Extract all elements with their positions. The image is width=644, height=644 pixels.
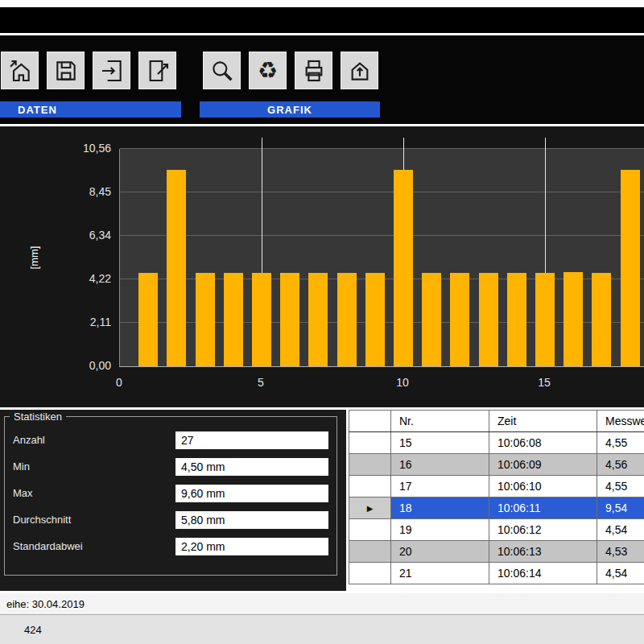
- x-tick-label: 10: [396, 376, 409, 389]
- table-row[interactable]: 1510:06:084,55: [349, 432, 644, 454]
- table-header-row: Nr. Zeit Messwert: [349, 411, 644, 432]
- stat-label: Durchschnitt: [13, 514, 175, 526]
- table-cell[interactable]: 4,53: [597, 541, 644, 563]
- table-cell[interactable]: 10:06:10: [489, 476, 597, 497]
- y-tick-label: 2,11: [0, 316, 111, 328]
- table-cell[interactable]: 10:06:14: [489, 563, 597, 584]
- table-cell[interactable]: 4,55: [597, 476, 644, 497]
- row-selector[interactable]: [349, 432, 391, 454]
- anzahl-field[interactable]: [175, 431, 328, 449]
- chart-bar: [252, 273, 271, 366]
- chart-bar: [308, 273, 328, 366]
- standardabwei-field[interactable]: [175, 538, 328, 555]
- table-cell[interactable]: 10:06:13: [489, 541, 597, 563]
- table-cell[interactable]: 10:06:12: [489, 519, 597, 541]
- toolbar-button-refresh[interactable]: ♻: [249, 52, 287, 89]
- column-header-nr[interactable]: Nr.: [391, 411, 489, 432]
- min-field[interactable]: [175, 458, 328, 476]
- daten-group-label: DATEN: [0, 101, 181, 118]
- table-row[interactable]: 1710:06:104,55: [349, 476, 644, 497]
- table-row[interactable]: 2110:06:144,54: [349, 563, 644, 584]
- table-cell[interactable]: 4,54: [597, 519, 644, 541]
- toolbar-button-print[interactable]: [295, 52, 332, 89]
- grafik-label-text: GRAFIK: [267, 104, 312, 116]
- chart-bar: [592, 273, 611, 366]
- row-selector[interactable]: [349, 519, 391, 541]
- row-selector[interactable]: [349, 454, 391, 476]
- refresh-icon: ♻: [258, 60, 278, 82]
- chart-bar: [365, 273, 385, 366]
- exit-document-icon: [99, 58, 125, 84]
- h-gridline: [120, 192, 644, 192]
- table-cell[interactable]: 10:06:09: [489, 454, 597, 476]
- home-arrow-icon: [7, 58, 33, 84]
- stat-row-standardabwei: Standardabwei: [5, 533, 336, 559]
- chart-bar: [507, 273, 526, 366]
- data-table: Nr. Zeit Messwert 1510:06:084,551610:06:…: [349, 410, 644, 584]
- table-cell[interactable]: 15: [391, 432, 489, 454]
- y-tick-label: 10,56: [0, 142, 111, 155]
- column-header-zeit[interactable]: Zeit: [489, 411, 597, 432]
- daten-label-text: DATEN: [18, 104, 57, 116]
- toolbar: ♻ DATEN GRAFIK: [0, 35, 644, 124]
- stat-label: Max: [13, 487, 175, 499]
- table-row[interactable]: ▶1810:06:119,54: [349, 497, 644, 519]
- stat-row-min: Min: [5, 453, 336, 480]
- column-header-messwert[interactable]: Messwert: [597, 411, 644, 432]
- toolbar-button-report[interactable]: [138, 52, 176, 89]
- max-field[interactable]: [175, 485, 328, 502]
- print-icon: [301, 58, 327, 84]
- table-cell[interactable]: 4,55: [597, 432, 644, 454]
- chart-bar: [450, 273, 469, 366]
- table-cell[interactable]: 10:06:08: [489, 432, 597, 454]
- toolbar-button-zoom[interactable]: [203, 52, 241, 89]
- save-icon: [53, 58, 79, 84]
- stat-row-max: Max: [5, 480, 336, 506]
- chart-bar: [621, 170, 640, 366]
- y-tick-label: 4,22: [0, 272, 111, 285]
- durchschnitt-field[interactable]: [175, 511, 328, 529]
- table-cell[interactable]: 19: [391, 519, 489, 541]
- table-cell[interactable]: 4,56: [597, 454, 644, 476]
- toolbar-button-save[interactable]: [47, 52, 85, 89]
- selector-column-header[interactable]: [349, 411, 391, 432]
- h-gridline: [120, 235, 644, 236]
- table-cell[interactable]: 18: [391, 497, 489, 519]
- table-cell[interactable]: 21: [391, 563, 489, 584]
- row-selector[interactable]: ▶: [349, 497, 391, 519]
- app-window: ♻ DATEN GRAFIK [mm] 0,002,114,226,348,45…: [0, 0, 644, 644]
- table-cell[interactable]: 17: [391, 476, 489, 497]
- stat-label: Min: [13, 460, 175, 473]
- chart-bar: [394, 170, 413, 366]
- y-tick-label: 0,00: [0, 359, 111, 372]
- chart-bar: [535, 273, 555, 366]
- table-cell[interactable]: 9,54: [597, 497, 644, 519]
- row-selector[interactable]: [349, 541, 391, 563]
- status-date-text: eihe: 30.04.2019: [6, 598, 85, 610]
- stat-label: Standardabwei: [13, 540, 175, 552]
- x-tick-label: 15: [538, 376, 551, 389]
- status-value-text: 424: [24, 624, 42, 636]
- zoom-icon: [209, 58, 235, 84]
- stat-row-anzahl: Anzahl: [5, 427, 336, 453]
- row-selector[interactable]: [349, 563, 391, 584]
- table-cell[interactable]: 10:06:11: [489, 497, 597, 519]
- top-strip: [0, 0, 644, 7]
- status-bar-bottom: 424: [0, 614, 644, 644]
- table-cell[interactable]: 4,54: [597, 563, 644, 584]
- toolbar-button-load[interactable]: [1, 52, 39, 89]
- chart-bar: [280, 273, 299, 366]
- plot-area: [119, 149, 644, 367]
- row-selector[interactable]: [349, 476, 391, 497]
- toolbar-button-home[interactable]: [341, 52, 378, 89]
- table-row[interactable]: 2010:06:134,53: [349, 541, 644, 563]
- table-row[interactable]: 1610:06:094,56: [349, 454, 644, 476]
- chart-bar: [422, 273, 441, 366]
- table-cell[interactable]: 16: [391, 454, 489, 476]
- table-row[interactable]: 1910:06:124,54: [349, 519, 644, 541]
- home-icon: [347, 58, 373, 84]
- toolbar-button-exit[interactable]: [93, 52, 130, 89]
- table-cell[interactable]: 20: [391, 541, 489, 563]
- chart-bar: [167, 170, 186, 366]
- x-tick-label: 0: [116, 376, 122, 389]
